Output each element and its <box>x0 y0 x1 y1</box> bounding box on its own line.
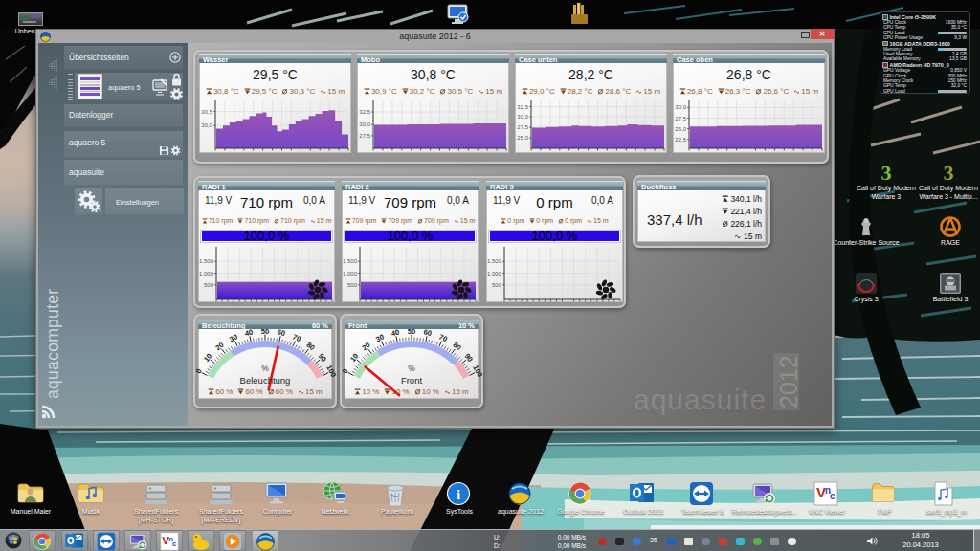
svg-text:i: i <box>457 487 460 502</box>
svg-text:Front: Front <box>401 375 423 386</box>
svg-text:90: 90 <box>463 352 475 364</box>
svg-text:30,0: 30,0 <box>675 104 686 110</box>
svg-text:60: 60 <box>277 328 286 339</box>
svg-text:27,5: 27,5 <box>517 124 528 130</box>
svg-text:50: 50 <box>261 327 269 336</box>
svg-text:100: 100 <box>324 364 337 378</box>
svg-text:1.500: 1.500 <box>199 258 214 264</box>
svg-text:100: 100 <box>471 364 483 378</box>
svg-text:1.500: 1.500 <box>487 258 502 264</box>
svg-text:0: 0 <box>341 367 350 375</box>
svg-text:70: 70 <box>291 332 301 343</box>
svg-text:500: 500 <box>347 282 358 288</box>
svg-text:10: 10 <box>202 352 213 364</box>
svg-text:30,0: 30,0 <box>201 122 212 128</box>
svg-text:Beleuchtung: Beleuchtung <box>240 375 291 386</box>
svg-text:40: 40 <box>390 328 400 339</box>
svg-text:0: 0 <box>194 367 204 375</box>
svg-text:40: 40 <box>244 328 254 339</box>
svg-text:20: 20 <box>360 341 371 352</box>
svg-text:30,5: 30,5 <box>201 109 212 115</box>
svg-text:25,0: 25,0 <box>517 135 528 141</box>
svg-text:3: 3 <box>944 161 954 184</box>
svg-text:90: 90 <box>317 352 328 364</box>
svg-text:27,5: 27,5 <box>359 133 370 139</box>
svg-text:1.000: 1.000 <box>199 271 214 276</box>
svg-text:30: 30 <box>374 332 385 343</box>
svg-text:10: 10 <box>348 352 360 364</box>
svg-text:70: 70 <box>437 332 448 343</box>
svg-text:%: % <box>408 364 415 373</box>
svg-text:c: c <box>830 491 835 501</box>
svg-text:30: 30 <box>228 332 238 343</box>
svg-text:60: 60 <box>423 328 433 339</box>
svg-text:%: % <box>261 364 269 373</box>
svg-text:32,5: 32,5 <box>517 104 528 110</box>
svg-text:80: 80 <box>304 341 316 352</box>
svg-text:30,0: 30,0 <box>359 121 370 127</box>
svg-text:1.500: 1.500 <box>343 258 358 264</box>
svg-text:500: 500 <box>204 282 214 288</box>
svg-text:3: 3 <box>881 161 892 184</box>
svg-text:80: 80 <box>451 341 462 352</box>
svg-text:500: 500 <box>492 282 502 288</box>
svg-text:c: c <box>172 539 177 547</box>
svg-text:32,5: 32,5 <box>359 109 370 115</box>
svg-text:50: 50 <box>408 327 415 336</box>
svg-text:1.000: 1.000 <box>487 271 502 276</box>
svg-text:30,0: 30,0 <box>517 114 528 120</box>
svg-text:1.000: 1.000 <box>343 271 358 276</box>
svg-text:20: 20 <box>213 341 225 352</box>
svg-text:27,5: 27,5 <box>675 116 686 121</box>
svg-text:25,0: 25,0 <box>675 126 686 132</box>
svg-text:22,5: 22,5 <box>675 137 686 143</box>
